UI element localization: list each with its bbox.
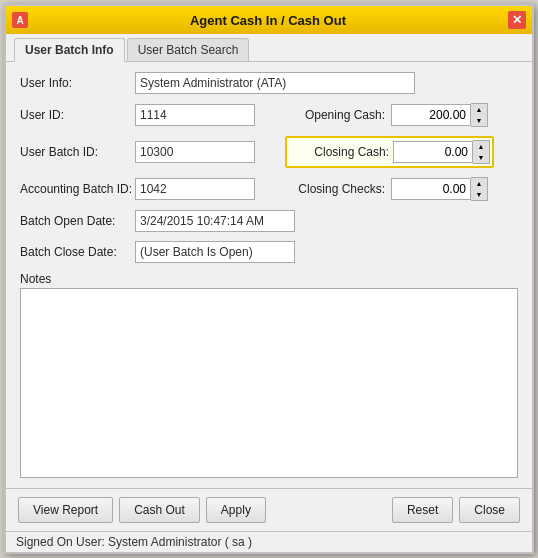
user-id-label: User ID:	[20, 108, 135, 122]
title-bar-left: A	[12, 12, 28, 28]
closing-cash-spinner: ▲ ▼	[393, 140, 490, 164]
closing-cash-down-btn[interactable]: ▼	[473, 152, 489, 163]
accounting-batch-id-input[interactable]	[135, 178, 255, 200]
main-window: A Agent Cash In / Cash Out ✕ User Batch …	[4, 4, 534, 554]
batch-close-date-label: Batch Close Date:	[20, 245, 135, 259]
userbatchid-closingcash-row: User Batch ID: Closing Cash: ▲ ▼	[20, 136, 518, 168]
close-button[interactable]: Close	[459, 497, 520, 523]
closing-checks-label: Closing Checks:	[285, 182, 385, 196]
user-id-input[interactable]	[135, 104, 255, 126]
closing-cash-highlight: Closing Cash: ▲ ▼	[285, 136, 494, 168]
opening-cash-section: Opening Cash: ▲ ▼	[285, 103, 488, 127]
opening-cash-input[interactable]	[391, 104, 471, 126]
closing-checks-up-btn[interactable]: ▲	[471, 178, 487, 189]
user-batch-id-input[interactable]	[135, 141, 255, 163]
notes-section: Notes	[20, 272, 518, 478]
closing-cash-up-btn[interactable]: ▲	[473, 141, 489, 152]
tab-user-batch-info[interactable]: User Batch Info	[14, 38, 125, 62]
user-info-input[interactable]	[135, 72, 415, 94]
opening-cash-spinner: ▲ ▼	[391, 103, 488, 127]
batch-close-date-input[interactable]	[135, 241, 295, 263]
accounting-batch-id-label: Accounting Batch ID:	[20, 182, 135, 196]
closing-checks-spinner: ▲ ▼	[391, 177, 488, 201]
app-icon: A	[12, 12, 28, 28]
opening-cash-up-btn[interactable]: ▲	[471, 104, 487, 115]
closing-cash-section: Closing Cash: ▲ ▼	[285, 136, 494, 168]
user-info-label: User Info:	[20, 76, 135, 90]
user-batch-id-label: User Batch ID:	[20, 145, 135, 159]
closing-checks-section: Closing Checks: ▲ ▼	[285, 177, 488, 201]
opening-cash-down-btn[interactable]: ▼	[471, 115, 487, 126]
batch-open-date-row: Batch Open Date:	[20, 210, 518, 232]
button-row: View Report Cash Out Apply Reset Close	[6, 488, 532, 531]
cash-out-button[interactable]: Cash Out	[119, 497, 200, 523]
opening-cash-label: Opening Cash:	[285, 108, 385, 122]
tab-bar: User Batch Info User Batch Search	[6, 34, 532, 62]
status-bar: Signed On User: System Administrator ( s…	[6, 531, 532, 552]
title-bar: A Agent Cash In / Cash Out ✕	[6, 6, 532, 34]
batch-open-date-label: Batch Open Date:	[20, 214, 135, 228]
userid-openingcash-row: User ID: Opening Cash: ▲ ▼	[20, 103, 518, 127]
accountingbatch-closingchecks-row: Accounting Batch ID: Closing Checks: ▲ ▼	[20, 177, 518, 201]
tab-user-batch-search[interactable]: User Batch Search	[127, 38, 250, 61]
view-report-button[interactable]: View Report	[18, 497, 113, 523]
batch-close-date-row: Batch Close Date:	[20, 241, 518, 263]
closing-checks-down-btn[interactable]: ▼	[471, 189, 487, 200]
closing-cash-spinner-btns: ▲ ▼	[473, 140, 490, 164]
status-text: Signed On User: System Administrator ( s…	[16, 535, 252, 549]
closing-cash-label: Closing Cash:	[289, 145, 389, 159]
user-info-row: User Info:	[20, 72, 518, 94]
notes-label: Notes	[20, 272, 518, 286]
batch-open-date-input[interactable]	[135, 210, 295, 232]
opening-cash-spinner-btns: ▲ ▼	[471, 103, 488, 127]
notes-textarea[interactable]	[20, 288, 518, 478]
reset-button[interactable]: Reset	[392, 497, 453, 523]
apply-button[interactable]: Apply	[206, 497, 266, 523]
tab-content: User Info: User ID: Opening Cash: ▲ ▼ Us…	[6, 62, 532, 488]
closing-checks-spinner-btns: ▲ ▼	[471, 177, 488, 201]
close-icon[interactable]: ✕	[508, 11, 526, 29]
closing-checks-input[interactable]	[391, 178, 471, 200]
closing-cash-input[interactable]	[393, 141, 473, 163]
window-title: Agent Cash In / Cash Out	[28, 13, 508, 28]
